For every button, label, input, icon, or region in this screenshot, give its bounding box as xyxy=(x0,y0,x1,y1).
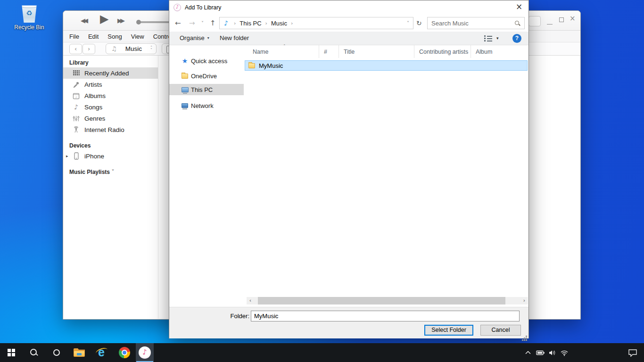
music-note-icon: ♪ xyxy=(72,103,80,111)
scroll-left-icon[interactable]: ‹ xyxy=(247,297,254,304)
folder-icon xyxy=(248,63,255,68)
recycle-symbol-icon: ♻ xyxy=(21,9,37,17)
battery-icon[interactable] xyxy=(536,349,545,356)
sidebar-item-genres[interactable]: Genres xyxy=(63,113,158,124)
sidebar-item-label: Albums xyxy=(84,92,106,99)
wifi-icon[interactable] xyxy=(560,349,569,356)
cortana-icon xyxy=(53,349,60,356)
sidebar-item-albums[interactable]: ♪ Albums xyxy=(63,90,158,101)
back-arrow-icon[interactable]: ← xyxy=(175,19,181,27)
dialog-close-icon[interactable]: × xyxy=(510,0,528,14)
chrome-button[interactable] xyxy=(113,343,136,362)
rewind-button[interactable]: ◀◀ xyxy=(81,17,86,24)
nav-item-quick-access[interactable]: ★ Quick access xyxy=(169,55,244,66)
dialog-main-area: ★ Quick access OneDrive This PC Network xyxy=(169,45,528,307)
dialog-title: Add To Library xyxy=(185,4,221,11)
internet-explorer-button[interactable]: e xyxy=(91,343,113,362)
tray-chevron-up-icon[interactable] xyxy=(523,351,533,354)
search-box[interactable] xyxy=(427,17,525,29)
forward-arrow-icon[interactable]: → xyxy=(189,19,195,27)
internet-explorer-icon: e xyxy=(96,346,108,359)
sidebar-item-artists[interactable]: Artists xyxy=(63,79,158,90)
recycle-bin-desktop-icon[interactable]: ♻ Recycle Bin xyxy=(12,5,46,31)
scroll-right-icon[interactable]: › xyxy=(520,297,528,304)
organise-menu-button[interactable]: Organise ▾ xyxy=(180,34,209,41)
select-folder-button[interactable]: Select Folder xyxy=(424,325,473,336)
help-icon[interactable]: ? xyxy=(512,34,521,43)
sidebar-item-label: iPhone xyxy=(84,153,104,160)
menu-song[interactable]: Song xyxy=(107,33,122,40)
dialog-footer: Folder: Select Folder Cancel xyxy=(169,307,528,338)
sidebar-item-internet-radio[interactable]: Internet Radio xyxy=(63,124,158,135)
recent-locations-dropdown-icon[interactable]: ˅ xyxy=(201,21,204,26)
scrollbar-thumb[interactable] xyxy=(258,297,505,304)
file-list: ˄ Name # Title Contributing artists Albu… xyxy=(244,45,528,307)
refresh-icon[interactable]: ↻ xyxy=(416,19,422,27)
scrollbar-track[interactable] xyxy=(254,297,520,304)
new-folder-button[interactable]: New folder xyxy=(220,34,249,41)
sidebar-item-iphone[interactable]: ▸ iPhone xyxy=(63,150,158,162)
nav-item-this-pc[interactable]: This PC xyxy=(169,84,244,95)
search-icon[interactable] xyxy=(514,20,520,26)
sidebar-item-recently-added[interactable]: Recently Added xyxy=(63,67,158,79)
column-header-album[interactable]: Album xyxy=(471,45,528,58)
horizontal-scrollbar[interactable]: ‹ › xyxy=(247,297,528,304)
crumb-separator-icon: › xyxy=(234,20,236,26)
devices-header: Devices xyxy=(69,142,158,149)
address-dropdown-icon[interactable]: ˅ xyxy=(407,21,409,26)
view-caret-icon[interactable]: ▾ xyxy=(496,36,499,41)
radio-tower-icon xyxy=(72,126,80,134)
breadcrumb-this-pc[interactable]: This PC xyxy=(239,20,261,27)
grid-icon xyxy=(72,69,80,77)
minimize-icon[interactable] xyxy=(547,24,553,25)
address-bar[interactable]: ♪ › This PC › Music › ˅ xyxy=(219,17,413,29)
column-header-number[interactable]: # xyxy=(319,45,339,58)
itunes-search-field[interactable] xyxy=(528,16,541,26)
chevron-down-icon: ˅ xyxy=(150,49,152,51)
maximize-icon[interactable] xyxy=(559,17,564,22)
search-input[interactable] xyxy=(428,20,514,27)
column-header-name[interactable]: Name xyxy=(244,45,319,58)
start-button[interactable] xyxy=(0,343,23,362)
itunes-sidebar: Library Recently Added Ar xyxy=(63,56,158,319)
file-row-mymusic[interactable]: MyMusic xyxy=(245,60,528,71)
menu-file[interactable]: File xyxy=(69,33,79,40)
volume-icon[interactable] xyxy=(548,349,557,356)
nav-item-onedrive[interactable]: OneDrive xyxy=(169,70,244,82)
iphone-icon xyxy=(72,152,80,160)
menu-view[interactable]: View xyxy=(131,33,144,40)
itunes-taskbar-button[interactable]: ♪ xyxy=(136,343,154,362)
itunes-back-button[interactable]: ‹ xyxy=(69,44,82,54)
file-explorer-button[interactable] xyxy=(68,343,91,362)
add-to-library-dialog: ♪ Add To Library × ← → ˅ ↑ ♪ › This PC ›… xyxy=(169,0,529,338)
music-playlists-header[interactable]: Music Playlists ˅ xyxy=(69,169,158,175)
sidebar-item-label: Songs xyxy=(84,104,102,111)
itunes-forward-button[interactable]: › xyxy=(83,44,95,54)
resize-grip[interactable] xyxy=(526,336,527,337)
file-explorer-icon xyxy=(74,348,85,357)
system-tray xyxy=(523,349,644,357)
menu-edit[interactable]: Edit xyxy=(88,33,99,40)
cortana-button[interactable] xyxy=(45,343,68,362)
breadcrumb-music[interactable]: Music xyxy=(271,20,287,27)
folder-name-input[interactable] xyxy=(251,311,520,321)
start-icon xyxy=(8,349,15,356)
column-header-title[interactable]: Title xyxy=(339,45,414,58)
desktop-wallpaper: ♻ Recycle Bin ◀◀ ▶ ▶▶ × File Edit Song V… xyxy=(0,0,644,362)
play-button[interactable]: ▶ xyxy=(100,12,108,25)
disclosure-triangle-icon[interactable]: ▸ xyxy=(66,154,68,158)
folder-label: Folder: xyxy=(215,313,249,320)
close-icon[interactable]: × xyxy=(570,14,576,23)
cancel-button[interactable]: Cancel xyxy=(480,325,521,336)
sidebar-item-songs[interactable]: ♪ Songs xyxy=(63,101,158,113)
column-header-contributing-artists[interactable]: Contributing artists xyxy=(414,45,471,58)
dialog-toolbar: Organise ▾ New folder ▾ ? xyxy=(169,32,528,45)
dialog-titlebar[interactable]: ♪ Add To Library × xyxy=(169,0,528,15)
fast-forward-button[interactable]: ▶▶ xyxy=(117,17,123,24)
up-arrow-icon[interactable]: ↑ xyxy=(210,19,216,27)
change-view-icon[interactable] xyxy=(484,35,492,41)
taskbar-search-button[interactable] xyxy=(23,343,45,362)
media-kind-selector[interactable]: ♫ Music ˄ ˅ xyxy=(106,43,157,54)
action-center-icon[interactable] xyxy=(628,349,637,357)
nav-item-network[interactable]: Network xyxy=(169,100,244,111)
